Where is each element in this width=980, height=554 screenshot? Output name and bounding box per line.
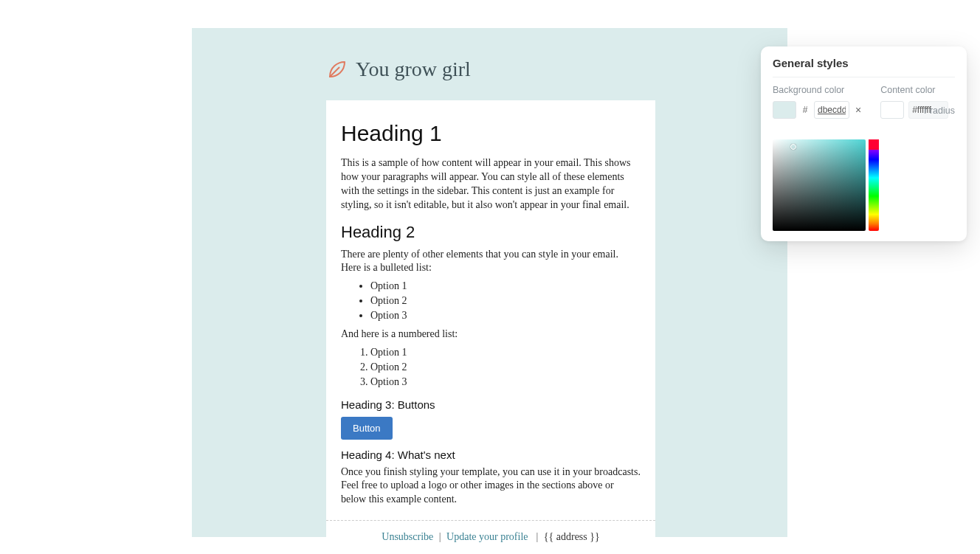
sample-button[interactable]: Button <box>341 417 393 440</box>
email-footer: Unsubscribe | Update your profile | {{ a… <box>341 528 641 544</box>
background-hex-input[interactable] <box>814 101 849 119</box>
paragraph-2: There are plenty of other elements that … <box>341 248 641 276</box>
email-canvas: You grow girl Heading 1 This is a sample… <box>192 28 787 537</box>
content-color-swatch[interactable] <box>880 101 904 119</box>
background-color-swatch[interactable] <box>773 101 796 119</box>
radius-label: r radius <box>924 105 955 116</box>
list-item: Option 2 <box>370 294 641 308</box>
list-item: Option 2 <box>370 361 641 375</box>
unsubscribe-link[interactable]: Unsubscribe <box>382 531 433 542</box>
heading-4: Heading 4: What's next <box>341 449 641 461</box>
hash-symbol: # <box>801 105 810 115</box>
content-color-label: Content color <box>880 85 955 95</box>
color-picker-hue-strip[interactable] <box>869 139 879 231</box>
email-content-card: Heading 1 This is a sample of how conten… <box>326 100 655 554</box>
bulleted-list: Option 1 Option 2 Option 3 <box>341 280 641 323</box>
paragraph-3: Once you finish styling your template, y… <box>341 465 641 508</box>
heading-3: Heading 3: Buttons <box>341 398 641 411</box>
list-item: Option 1 <box>370 280 641 294</box>
update-profile-link[interactable]: Update your profile <box>446 531 528 542</box>
heading-1: Heading 1 <box>341 121 641 146</box>
footer-separator: | <box>439 531 441 542</box>
leaf-icon <box>326 58 348 80</box>
color-picker-cursor[interactable] <box>790 144 796 150</box>
list-item: Option 3 <box>370 309 641 323</box>
clear-background-button[interactable]: × <box>854 104 863 116</box>
brand-header: You grow girl <box>192 28 787 81</box>
address-token: {{ address }} <box>544 531 600 542</box>
list-item: Option 1 <box>370 346 641 360</box>
numbered-intro: And here is a numbered list: <box>341 328 641 342</box>
panel-title: General styles <box>773 57 955 77</box>
color-picker-sv-plane[interactable] <box>773 139 866 231</box>
general-styles-panel: General styles Background color # × Cont… <box>761 46 967 241</box>
footer-separator: | <box>534 531 538 542</box>
heading-2: Heading 2 <box>341 223 641 242</box>
list-item: Option 3 <box>370 375 641 389</box>
color-picker[interactable] <box>773 139 879 231</box>
paragraph-1: This is a sample of how content will app… <box>341 156 641 212</box>
background-color-label: Background color <box>773 85 863 95</box>
brand-title: You grow girl <box>356 58 471 81</box>
footer-divider <box>326 520 655 521</box>
numbered-list: Option 1 Option 2 Option 3 <box>341 346 641 389</box>
